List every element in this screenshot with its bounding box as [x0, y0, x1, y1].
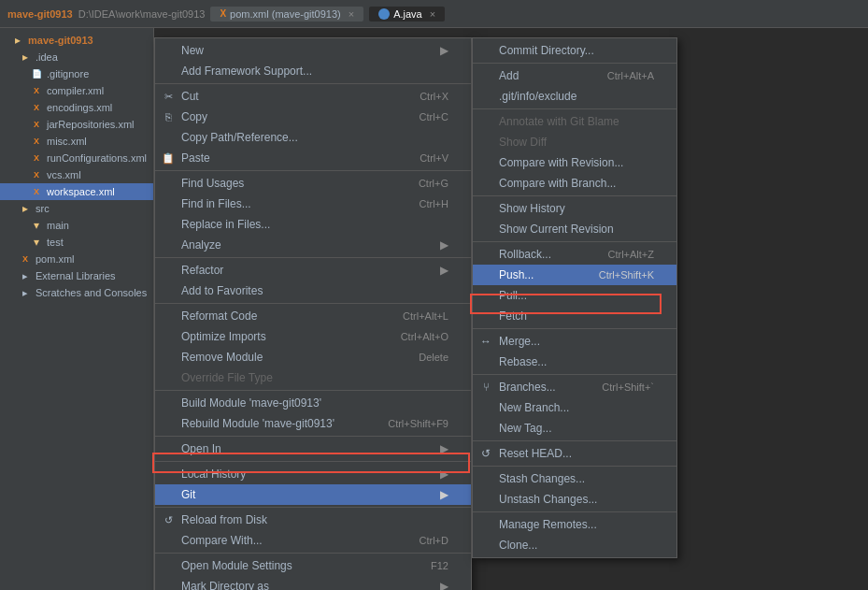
- menu-item-compare[interactable]: Compare With... Ctrl+D: [155, 530, 471, 551]
- tab-java-close-icon[interactable]: ×: [430, 8, 435, 20]
- git-menu-manage-remotes[interactable]: Manage Remotes...: [473, 514, 676, 535]
- menu-item-analyze[interactable]: Analyze ▶: [155, 235, 471, 255]
- sidebar-item-encodings[interactable]: X encodings.xml: [0, 99, 153, 116]
- menu-item-cut[interactable]: ✂ Cut Ctrl+X: [155, 86, 471, 107]
- git-exclude-label: .git/info/exclude: [499, 90, 576, 103]
- tab-pom[interactable]: X pom.xml (mave-git0913) ×: [210, 7, 363, 22]
- git-sep-7: [473, 440, 676, 441]
- branches-icon: ⑂: [478, 380, 493, 395]
- sidebar-item-project[interactable]: ▸ mave-git0913: [0, 32, 153, 49]
- git-menu-unstash[interactable]: Unstash Changes...: [473, 489, 676, 510]
- menu-item-mark-dir[interactable]: Mark Directory as ▶: [155, 576, 471, 590]
- sidebar-item-ext-libs[interactable]: ▸ External Libraries: [0, 267, 153, 284]
- git-menu-new-tag[interactable]: New Tag...: [473, 418, 676, 439]
- sidebar-main-label: main: [47, 220, 69, 231]
- menu-find-usages-label: Find Usages: [181, 177, 244, 190]
- git-menu-show-current[interactable]: Show Current Revision: [473, 219, 676, 239]
- menu-item-rebuild[interactable]: Rebuild Module 'mave-git0913' Ctrl+Shift…: [155, 413, 471, 434]
- git-menu-show-history[interactable]: Show History: [473, 198, 676, 219]
- menu-item-git[interactable]: Git ▶: [155, 484, 471, 505]
- reload-icon: ↺: [161, 512, 176, 527]
- menu-item-remove-module[interactable]: Remove Module Delete: [155, 347, 471, 367]
- menu-build-label: Build Module 'mave-git0913': [181, 396, 321, 410]
- separator-3: [155, 257, 471, 258]
- git-submenu: Commit Directory... Add Ctrl+Alt+A .git/…: [472, 37, 677, 558]
- sidebar-item-misc[interactable]: X misc.xml: [0, 133, 153, 150]
- git-menu-exclude[interactable]: .git/info/exclude: [473, 86, 676, 107]
- git-menu-new-branch[interactable]: New Branch...: [473, 397, 676, 418]
- git-menu-rollback[interactable]: Rollback... Ctrl+Alt+Z: [473, 244, 676, 265]
- sidebar-pom-label: pom.xml: [36, 253, 75, 265]
- menu-item-add-framework[interactable]: Add Framework Support...: [155, 61, 471, 81]
- menu-optimize-label: Optimize Imports: [181, 330, 266, 343]
- git-add-label: Add: [499, 69, 519, 82]
- sidebar-item-test[interactable]: ▾ test: [0, 234, 153, 251]
- sidebar-item-compiler[interactable]: X compiler.xml: [0, 82, 153, 99]
- menu-refactor-arrow: ▶: [440, 264, 448, 277]
- menu-item-reformat[interactable]: Reformat Code Ctrl+Alt+L: [155, 306, 471, 326]
- git-menu-compare-revision[interactable]: Compare with Revision...: [473, 152, 676, 173]
- tab-close-icon[interactable]: ×: [349, 8, 354, 20]
- sidebar-item-scratches[interactable]: ▸ Scratches and Consoles: [0, 284, 153, 301]
- menu-item-find-usages[interactable]: Find Usages Ctrl+G: [155, 173, 471, 194]
- menu-item-local-history[interactable]: Local History ▶: [155, 464, 471, 484]
- menu-item-reload[interactable]: ↺ Reload from Disk: [155, 510, 471, 530]
- git-compare-revision-label: Compare with Revision...: [499, 156, 623, 169]
- sidebar-item-workspace[interactable]: X workspace.xml: [0, 183, 153, 200]
- git-menu-push[interactable]: Push... Ctrl+Shift+K: [473, 265, 676, 285]
- misc-icon: X: [30, 135, 43, 148]
- separator-4: [155, 303, 471, 304]
- menu-item-new[interactable]: New ▶: [155, 40, 471, 61]
- tab-java[interactable]: A.java ×: [369, 7, 445, 22]
- menu-item-favorites[interactable]: Add to Favorites: [155, 281, 471, 301]
- project-label: mave-git0913: [7, 8, 73, 20]
- menu-item-module-settings[interactable]: Open Module Settings F12: [155, 555, 471, 576]
- git-menu-merge[interactable]: ↔ Merge...: [473, 331, 676, 352]
- menu-reformat-label: Reformat Code: [181, 309, 257, 323]
- git-unstash-label: Unstash Changes...: [499, 493, 597, 506]
- menu-git-label: Git: [181, 488, 195, 501]
- menu-item-copy[interactable]: ⎘ Copy Ctrl+C: [155, 107, 471, 127]
- sidebar-compiler-label: compiler.xml: [47, 85, 104, 96]
- sidebar-item-idea[interactable]: ▸ .idea: [0, 49, 153, 65]
- menu-item-build[interactable]: Build Module 'mave-git0913': [155, 393, 471, 413]
- menu-item-override-type: Override File Type: [155, 367, 471, 388]
- sidebar-item-main[interactable]: ▾ main: [0, 217, 153, 234]
- sidebar-item-pom[interactable]: X pom.xml: [0, 251, 153, 267]
- sidebar-item-src[interactable]: ▸ src: [0, 200, 153, 217]
- git-merge-label: Merge...: [499, 335, 540, 348]
- git-menu-pull[interactable]: Pull...: [473, 285, 676, 306]
- git-menu-fetch[interactable]: Fetch: [473, 306, 676, 326]
- top-bar: mave-git0913 D:\IDEA\work\mave-git0913 X…: [0, 0, 868, 28]
- menu-item-optimize[interactable]: Optimize Imports Ctrl+Alt+O: [155, 326, 471, 347]
- separator-2: [155, 170, 471, 171]
- menu-item-paste[interactable]: 📋 Paste Ctrl+V: [155, 148, 471, 168]
- menu-item-find-files[interactable]: Find in Files... Ctrl+H: [155, 194, 471, 214]
- sidebar-ext-libs-label: External Libraries: [36, 270, 116, 281]
- git-compare-branch-label: Compare with Branch...: [499, 177, 616, 190]
- git-menu-compare-branch[interactable]: Compare with Branch...: [473, 173, 676, 194]
- git-stash-label: Stash Changes...: [499, 472, 585, 485]
- menu-item-copy-path[interactable]: Copy Path/Reference...: [155, 127, 471, 148]
- menu-item-replace-files[interactable]: Replace in Files...: [155, 214, 471, 235]
- git-menu-reset-head[interactable]: ↺ Reset HEAD...: [473, 443, 676, 464]
- sidebar-item-jar[interactable]: X jarRepositories.xml: [0, 116, 153, 133]
- menu-item-open-in[interactable]: Open In ▶: [155, 439, 471, 459]
- git-menu-stash[interactable]: Stash Changes...: [473, 468, 676, 489]
- menu-paste-label: Paste: [181, 151, 210, 165]
- git-menu-rebase[interactable]: Rebase...: [473, 352, 676, 372]
- sidebar-item-runconfigs[interactable]: X runConfigurations.xml: [0, 150, 153, 166]
- sidebar-item-vcs[interactable]: X vcs.xml: [0, 166, 153, 183]
- sidebar-item-gitignore[interactable]: 📄 .gitignore: [0, 65, 153, 82]
- sidebar-workspace-label: workspace.xml: [47, 186, 115, 197]
- git-menu-add[interactable]: Add Ctrl+Alt+A: [473, 65, 676, 86]
- git-sep-5: [473, 328, 676, 329]
- menu-cut-shortcut: Ctrl+X: [420, 91, 448, 102]
- git-menu-branches[interactable]: ⑂ Branches... Ctrl+Shift+`: [473, 377, 676, 397]
- separator-6: [155, 436, 471, 437]
- git-menu-clone[interactable]: Clone...: [473, 535, 676, 555]
- menu-copy-label: Copy: [181, 110, 207, 123]
- git-push-label: Push...: [499, 268, 534, 281]
- git-menu-commit-dir[interactable]: Commit Directory...: [473, 40, 676, 61]
- menu-item-refactor[interactable]: Refactor ▶: [155, 260, 471, 281]
